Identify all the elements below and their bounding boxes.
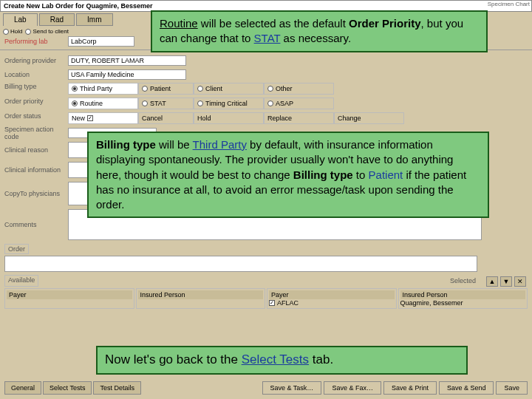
tab-imm[interactable]: Imm bbox=[76, 13, 112, 26]
col-header-payer: Payer bbox=[7, 290, 132, 299]
radio-icon bbox=[197, 86, 203, 92]
tab-rad[interactable]: Rad bbox=[39, 13, 75, 26]
move-up-button[interactable]: ▲ bbox=[486, 276, 498, 287]
send-radio[interactable]: Send to client bbox=[25, 28, 68, 35]
bottom-tab-select-tests[interactable]: Select Tests bbox=[43, 381, 92, 395]
status-replace[interactable]: Replace bbox=[264, 112, 334, 124]
callout-routine: Routine will be selected as the default … bbox=[151, 10, 488, 52]
performing-lab-label: Performing lab bbox=[4, 38, 68, 45]
location-label: Location bbox=[4, 71, 68, 78]
radio-icon bbox=[197, 100, 203, 106]
move-down-button[interactable]: ▼ bbox=[500, 276, 512, 287]
order-textbox[interactable] bbox=[4, 256, 477, 272]
priority-stat[interactable]: STAT bbox=[138, 98, 194, 109]
save-task-button[interactable]: Save & Task… bbox=[262, 381, 322, 395]
bottom-tab-test-details[interactable]: Test Details bbox=[93, 381, 141, 395]
save-fax-button[interactable]: Save & Fax… bbox=[324, 381, 381, 395]
radio-icon bbox=[142, 100, 148, 106]
priority-timing-critical[interactable]: Timing Critical bbox=[194, 98, 264, 109]
radio-icon bbox=[267, 100, 273, 106]
ordering-provider-input[interactable] bbox=[68, 55, 186, 66]
save-send-button[interactable]: Save & Send bbox=[439, 381, 494, 395]
radio-icon bbox=[72, 86, 78, 92]
clinical-reason-label: Clinical reason bbox=[4, 146, 68, 154]
billing-type-label: Billing type bbox=[4, 83, 68, 90]
save-print-button[interactable]: Save & Print bbox=[383, 381, 437, 395]
billing-third-party[interactable]: Third Party bbox=[68, 83, 138, 95]
hold-radio[interactable]: Hold bbox=[3, 28, 22, 35]
selected-label: Selected bbox=[447, 276, 479, 285]
comments-label: Comments bbox=[4, 221, 68, 228]
copyto-label: CopyTo physicians bbox=[4, 190, 68, 197]
bottom-tabs: General Select Tests Test Details bbox=[4, 381, 141, 395]
order-section-label: Order bbox=[4, 244, 29, 254]
check-icon: ✓ bbox=[87, 115, 93, 121]
billing-patient[interactable]: Patient bbox=[138, 83, 194, 95]
priority-asap[interactable]: ASAP bbox=[264, 98, 334, 109]
radio-icon bbox=[267, 86, 273, 92]
status-hold[interactable]: Hold bbox=[194, 112, 264, 124]
performing-lab-input[interactable] bbox=[68, 36, 134, 47]
selected-insured-value: Quagmire, Bessemer bbox=[400, 299, 526, 307]
up-icon: ▲ bbox=[489, 278, 496, 285]
status-cancel[interactable]: Cancel bbox=[138, 112, 194, 124]
billing-client[interactable]: Client bbox=[194, 83, 264, 95]
col-header-payer2: Payer bbox=[269, 290, 395, 299]
down-icon: ▼ bbox=[503, 278, 510, 285]
bottom-buttons: Save & Task… Save & Fax… Save & Print Sa… bbox=[262, 381, 528, 395]
remove-button[interactable]: ✕ bbox=[514, 276, 526, 287]
ordering-provider-label: Ordering provider bbox=[4, 57, 68, 64]
selected-insured-col: Insured Person Quagmire, Bessemer bbox=[398, 288, 528, 309]
selected-payer-aflac[interactable]: ✓AFLAC bbox=[269, 299, 395, 307]
callout-billing: Billing type will be Third Party by defa… bbox=[87, 132, 489, 218]
specimen-action-label: Specimen action code bbox=[4, 126, 68, 140]
tab-lab[interactable]: Lab bbox=[3, 13, 38, 26]
save-button[interactable]: Save bbox=[496, 381, 528, 395]
location-input[interactable] bbox=[68, 69, 186, 80]
selected-payer-col: Payer ✓AFLAC bbox=[267, 288, 397, 309]
available-payer-col: Payer bbox=[4, 288, 134, 309]
order-priority-label: Order priority bbox=[4, 98, 68, 105]
callout-select-tests: Now let's go back to the Select Tests ta… bbox=[96, 346, 468, 375]
order-status-label: Order status bbox=[4, 112, 68, 120]
window-title: Create New Lab Order for Quagmire, Besse… bbox=[4, 2, 153, 10]
available-insured-col: Insured Person bbox=[136, 288, 266, 309]
col-header-insured2: Insured Person bbox=[400, 290, 526, 299]
bottom-tab-general[interactable]: General bbox=[4, 381, 41, 395]
status-new[interactable]: New✓ bbox=[68, 112, 138, 124]
status-change[interactable]: Change bbox=[334, 112, 404, 124]
radio-icon bbox=[142, 86, 148, 92]
titlebar-right-text: Specimen Chart bbox=[488, 1, 530, 7]
clinical-info-label: Clinical information bbox=[4, 166, 68, 174]
checkbox-icon: ✓ bbox=[269, 300, 275, 306]
x-icon: ✕ bbox=[517, 278, 523, 285]
col-header-insured: Insured Person bbox=[138, 290, 264, 299]
priority-routine[interactable]: Routine bbox=[68, 98, 138, 109]
available-label: Available bbox=[4, 275, 38, 287]
billing-other[interactable]: Other bbox=[264, 83, 334, 95]
radio-icon bbox=[72, 100, 78, 106]
